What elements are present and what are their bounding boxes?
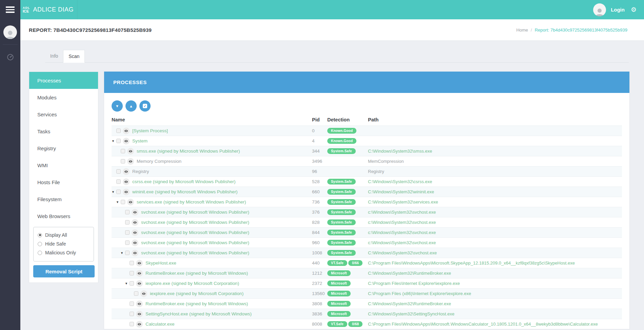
- visibility-eye-icon[interactable]: [132, 219, 138, 226]
- table-row[interactable]: iexplore.exe (signed by Microsoft Corpor…: [112, 288, 622, 298]
- row-checkbox[interactable]: [116, 179, 121, 184]
- dashboard-gauge-icon[interactable]: [7, 54, 14, 62]
- row-checkbox[interactable]: [125, 220, 130, 225]
- tab-info[interactable]: Info: [45, 50, 63, 63]
- table-row[interactable]: [System Process]0Known.Good: [112, 125, 622, 136]
- visibility-eye-icon[interactable]: [140, 290, 147, 297]
- table-row[interactable]: Memory Compression3496MemCompression: [112, 156, 622, 166]
- row-checkbox[interactable]: [130, 302, 134, 306]
- collapse-arrow-icon[interactable]: ▼: [112, 190, 116, 194]
- visibility-eye-icon[interactable]: [123, 138, 130, 144]
- table-row[interactable]: ▼System4Known.Good: [112, 136, 622, 146]
- collapse-all-button[interactable]: ▴: [125, 100, 137, 112]
- visibility-eye-icon[interactable]: [123, 168, 130, 175]
- row-checkbox[interactable]: [130, 271, 134, 275]
- gear-icon[interactable]: ⚙: [631, 6, 637, 13]
- visibility-eye-icon[interactable]: [136, 260, 143, 267]
- avatar[interactable]: [3, 25, 17, 39]
- visibility-eye-icon[interactable]: [132, 250, 138, 256]
- table-row[interactable]: svchost.exe (signed by Microsoft Windows…: [112, 227, 622, 237]
- table-row[interactable]: Registry96Registry: [112, 166, 622, 176]
- visibility-eye-icon[interactable]: [123, 189, 130, 195]
- filter-option-display-all[interactable]: Display All: [38, 231, 90, 239]
- table-row[interactable]: csrss.exe (signed by Microsoft Windows P…: [112, 176, 622, 187]
- filter-option-hide-safe[interactable]: Hide Safe: [38, 239, 90, 248]
- table-row[interactable]: SettingSyncHost.exe (signed by Microsoft…: [112, 309, 622, 319]
- visibility-eye-icon[interactable]: [136, 280, 143, 287]
- row-checkbox[interactable]: [130, 312, 134, 316]
- row-checkbox[interactable]: [134, 291, 138, 296]
- tab-scan[interactable]: Scan: [63, 50, 85, 63]
- visibility-eye-icon[interactable]: [136, 311, 143, 317]
- visibility-eye-icon[interactable]: [136, 270, 143, 277]
- collapse-arrow-icon[interactable]: ▼: [112, 139, 116, 143]
- radio-icon[interactable]: [38, 242, 42, 246]
- table-row[interactable]: ▼services.exe (signed by Microsoft Windo…: [112, 197, 622, 207]
- row-checkbox[interactable]: [125, 210, 130, 214]
- radio-icon[interactable]: [38, 251, 42, 255]
- sidebar-item-wmi[interactable]: WMI: [29, 157, 98, 174]
- table-row[interactable]: ▼iexplore.exe (signed by Microsoft Corpo…: [112, 278, 622, 288]
- table-row[interactable]: SkypeHost.exe440VT.Safe0/66C:\Program Fi…: [112, 258, 622, 268]
- row-checkbox[interactable]: [116, 129, 121, 133]
- row-checkbox[interactable]: [116, 169, 121, 174]
- sidebar-item-hosts-file[interactable]: Hosts File: [29, 174, 98, 191]
- visibility-eye-icon[interactable]: [136, 300, 143, 307]
- row-checkbox[interactable]: [125, 230, 130, 235]
- row-checkbox[interactable]: [130, 261, 134, 265]
- row-checkbox[interactable]: [121, 149, 125, 153]
- detection-badge: System.Safe: [327, 148, 356, 154]
- row-checkbox[interactable]: [125, 251, 130, 255]
- sidebar-item-tasks[interactable]: Tasks: [29, 123, 98, 140]
- table-row[interactable]: ▼wininit.exe (signed by Microsoft Window…: [112, 187, 622, 197]
- brand[interactable]: ADL ICE ADLICE DIAG: [23, 6, 74, 13]
- visibility-eye-icon[interactable]: [123, 128, 130, 134]
- breadcrumb-current-link[interactable]: Report: 7b4d430c97252569813f4075b525b939: [535, 27, 627, 33]
- sidebar-item-web-browsers[interactable]: Web Browsers: [29, 208, 98, 225]
- removal-script-button[interactable]: Removal Script: [33, 265, 95, 277]
- sidebar-item-filesystem[interactable]: Filesystem: [29, 191, 98, 208]
- row-checkbox[interactable]: [116, 190, 121, 194]
- collapse-arrow-icon[interactable]: ▼: [125, 282, 130, 285]
- expand-all-button[interactable]: ▾: [112, 100, 123, 112]
- row-checkbox[interactable]: [121, 159, 125, 163]
- filter-option-malicious-only[interactable]: Malicious Only: [38, 248, 90, 257]
- select-all-button[interactable]: ✓: [139, 100, 151, 112]
- radio-icon[interactable]: [38, 233, 42, 237]
- row-checkbox[interactable]: [130, 322, 134, 326]
- hamburger-menu-icon[interactable]: [0, 0, 20, 19]
- sidebar-item-registry[interactable]: Registry: [29, 140, 98, 157]
- table-row[interactable]: svchost.exe (signed by Microsoft Windows…: [112, 217, 622, 227]
- process-name: System: [132, 138, 148, 143]
- collapse-arrow-icon[interactable]: ▼: [116, 200, 121, 204]
- table-row[interactable]: Calculator.exe8008VT.Safe0/68C:\Program …: [112, 319, 622, 329]
- row-checkbox[interactable]: [116, 139, 121, 143]
- visibility-eye-icon[interactable]: [127, 148, 134, 155]
- table-row[interactable]: svchost.exe (signed by Microsoft Windows…: [112, 207, 622, 217]
- sidebar-item-processes[interactable]: Processes: [29, 72, 98, 89]
- visibility-eye-icon[interactable]: [132, 239, 138, 246]
- row-checkbox[interactable]: [125, 240, 130, 245]
- sidebar-item-services[interactable]: Services: [29, 106, 98, 123]
- sidebar-item-modules[interactable]: Modules: [29, 89, 98, 106]
- user-avatar[interactable]: [593, 3, 606, 16]
- visibility-eye-icon[interactable]: [123, 178, 130, 185]
- topbar-right: Login ⚙: [593, 3, 644, 16]
- visibility-eye-icon[interactable]: [127, 199, 134, 206]
- visibility-eye-icon[interactable]: [136, 321, 143, 328]
- row-checkbox[interactable]: [121, 200, 125, 204]
- table-row[interactable]: RuntimeBroker.exe (signed by Microsoft W…: [112, 268, 622, 278]
- breadcrumb-home-link[interactable]: Home: [516, 27, 528, 33]
- visibility-eye-icon[interactable]: [132, 229, 138, 236]
- name-cell: SkypeHost.exe: [112, 260, 312, 267]
- login-button[interactable]: Login: [611, 7, 625, 13]
- collapse-arrow-icon[interactable]: ▼: [120, 251, 125, 255]
- table-row[interactable]: svchost.exe (signed by Microsoft Windows…: [112, 237, 622, 248]
- table-row[interactable]: smss.exe (signed by Microsoft Windows Pu…: [112, 146, 622, 156]
- table-row[interactable]: ▼svchost.exe (signed by Microsoft Window…: [112, 248, 622, 258]
- visibility-eye-icon[interactable]: [127, 158, 134, 165]
- row-checkbox[interactable]: [130, 281, 134, 286]
- process-pid: 844: [312, 230, 327, 235]
- table-row[interactable]: RuntimeBroker.exe (signed by Microsoft W…: [112, 298, 622, 309]
- visibility-eye-icon[interactable]: [132, 209, 138, 216]
